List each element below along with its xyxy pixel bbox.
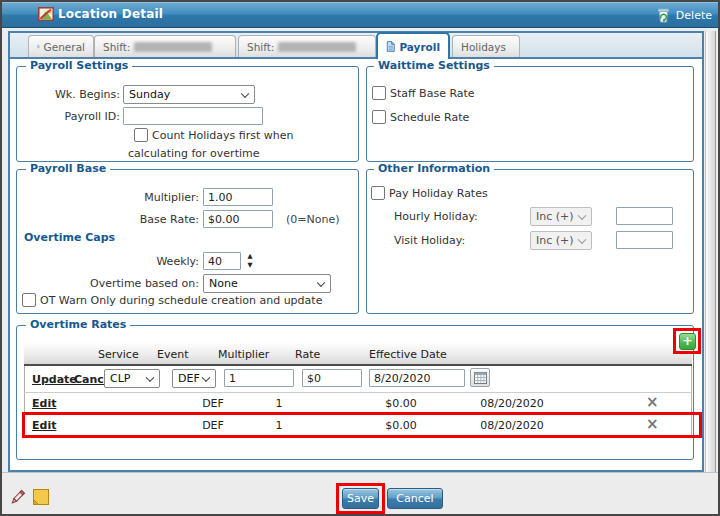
weekly-input[interactable] [203, 252, 241, 270]
chevron-down-icon [146, 373, 154, 381]
spin-up-icon[interactable]: ▲ [245, 252, 255, 260]
service-select[interactable]: CLP [104, 369, 160, 388]
event-select[interactable]: DEF [172, 369, 216, 388]
vertical-scrollbar[interactable] [705, 31, 716, 472]
overtime-based-on-label: Overtime based on: [59, 277, 199, 290]
tab-shift-1[interactable]: Shift: [94, 35, 236, 57]
edit-link[interactable]: Edit [32, 419, 56, 432]
update-link[interactable]: Update [32, 373, 77, 386]
multiplier-label: Multiplier: [59, 191, 199, 204]
document-icon [386, 40, 395, 53]
location-detail-dialog: Location Detail Delete General Shift: Sh… [0, 0, 720, 516]
count-holidays-checkbox[interactable] [134, 128, 148, 142]
chevron-down-icon [317, 278, 325, 286]
chevron-down-icon [578, 235, 586, 243]
tab-label: Shift: [247, 41, 274, 53]
hourly-holiday-label: Hourly Holiday: [394, 210, 478, 223]
chevron-down-icon [241, 89, 249, 97]
row-rate-value: $0.00 [352, 419, 450, 432]
pay-holiday-rates-checkbox[interactable] [371, 186, 385, 200]
header-event: Event [157, 348, 189, 361]
delete-button[interactable]: Delete [655, 5, 712, 25]
row-rate-value: $0.00 [352, 397, 450, 410]
visit-holiday-label: Visit Holiday: [394, 234, 465, 247]
add-rate-button[interactable]: + [679, 333, 696, 350]
overtime-caps-heading: Overtime Caps [24, 231, 115, 244]
row-effective-date-value: 08/20/2020 [447, 397, 577, 410]
ot-warn-label: OT Warn Only during schedule creation an… [40, 294, 322, 307]
payroll-base-legend: Payroll Base [26, 163, 110, 175]
hourly-holiday-mode-value: Inc (+) [536, 210, 574, 223]
tab-holidays[interactable]: Holidays [452, 35, 520, 57]
visit-holiday-mode-select[interactable]: Inc (+) [530, 231, 592, 250]
titlebar: Location Detail Delete [2, 2, 718, 28]
overtime-based-on-select[interactable]: None [203, 274, 331, 293]
spin-down-icon[interactable]: ▼ [245, 261, 255, 269]
pay-holiday-rates-label: Pay Holiday Rates [389, 187, 488, 200]
effective-date-input[interactable] [369, 369, 465, 387]
count-holidays-label-line2: calculating for overtime [128, 147, 259, 160]
staff-base-rate-checkbox[interactable] [372, 86, 386, 100]
recycle-bin-icon [655, 7, 672, 24]
redacted-shift-name [134, 42, 212, 52]
event-select-value: DEF [178, 372, 200, 385]
redacted-shift-name [278, 42, 356, 52]
waittime-settings-legend: Waittime Settings [374, 60, 494, 72]
base-rate-label: Base Rate: [59, 213, 199, 226]
save-button[interactable]: Save [342, 488, 379, 509]
payroll-id-label: Payroll ID: [20, 110, 120, 123]
chevron-down-icon [202, 373, 210, 381]
dialog-title: Location Detail [58, 7, 163, 21]
row-divider [24, 414, 692, 415]
tab-shift-2[interactable]: Shift: [238, 35, 376, 57]
weekly-label: Weekly: [59, 255, 199, 268]
visit-holiday-input[interactable] [616, 231, 673, 249]
multiplier-input[interactable] [203, 188, 273, 206]
calendar-picker-button[interactable] [470, 368, 490, 387]
header-service: Service [98, 348, 139, 361]
cancel-button[interactable]: Cancel [387, 488, 443, 509]
tab-label: General [44, 41, 85, 53]
hourly-holiday-input[interactable] [616, 207, 673, 225]
count-holidays-label-line1: Count Holidays first when [152, 129, 293, 142]
tab-label: Payroll [399, 41, 440, 53]
schedule-rate-checkbox[interactable] [372, 110, 386, 124]
wk-begins-value: Sunday [129, 88, 170, 101]
base-rate-hint: (0=None) [286, 213, 340, 226]
overtime-rates-legend: Overtime Rates [26, 319, 130, 331]
calendar-icon [474, 372, 487, 384]
hourly-holiday-mode-select[interactable]: Inc (+) [530, 207, 592, 226]
ot-warn-checkbox[interactable] [22, 293, 36, 307]
tab-general[interactable]: General [28, 35, 94, 57]
header-rate: Rate [295, 348, 320, 361]
payroll-settings-legend: Payroll Settings [26, 60, 132, 72]
tab-payroll[interactable]: Payroll [376, 32, 450, 59]
base-rate-input[interactable] [203, 210, 273, 228]
delete-row-icon[interactable]: × [646, 395, 659, 409]
row-rate-input[interactable] [302, 369, 362, 387]
chevron-down-icon [578, 211, 586, 219]
sticky-note-icon[interactable] [31, 488, 50, 507]
delete-label: Delete [676, 9, 712, 22]
row-divider [24, 392, 692, 393]
other-information-legend: Other Information [374, 163, 494, 175]
tab-label: Shift: [103, 41, 130, 53]
payroll-id-input[interactable] [123, 107, 263, 125]
edit-link[interactable]: Edit [32, 397, 56, 410]
wk-begins-select[interactable]: Sunday [123, 85, 255, 104]
service-select-value: CLP [110, 372, 130, 385]
staff-base-rate-label: Staff Base Rate [390, 87, 475, 100]
row-multiplier-input[interactable] [224, 369, 294, 387]
visit-holiday-mode-value: Inc (+) [536, 234, 574, 247]
overtime-based-on-value: None [209, 277, 238, 290]
delete-row-icon[interactable]: × [646, 417, 659, 431]
schedule-rate-label: Schedule Rate [390, 111, 469, 124]
wk-begins-label: Wk. Begins: [20, 88, 120, 101]
location-detail-icon [38, 6, 54, 22]
pencil-icon[interactable] [9, 489, 26, 506]
header-effective-date: Effective Date [369, 348, 447, 361]
row-effective-date-value: 08/20/2020 [447, 419, 577, 432]
tab-label: Holidays [461, 41, 506, 53]
header-multiplier: Multiplier [218, 348, 269, 361]
row-multiplier-value: 1 [242, 419, 316, 432]
